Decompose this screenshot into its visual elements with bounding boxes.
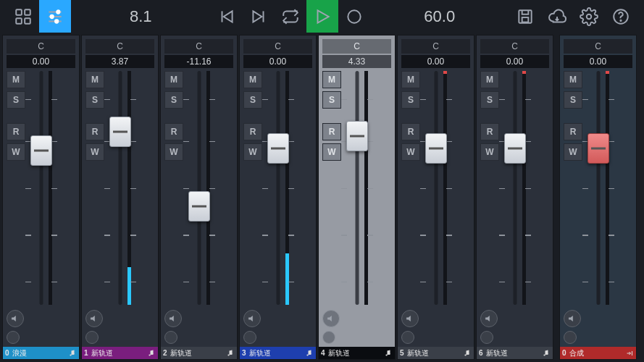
svg-point-23 <box>464 354 466 355</box>
svg-rect-9 <box>522 17 529 22</box>
solo-button[interactable]: S <box>322 91 341 109</box>
solo-button[interactable]: S <box>164 91 183 109</box>
channel-label[interactable]: 3 新轨道 <box>240 347 316 359</box>
write-button[interactable]: W <box>401 143 420 161</box>
fader-knob[interactable] <box>587 133 609 164</box>
fader-knob[interactable] <box>188 191 210 222</box>
pan-display[interactable]: C <box>480 39 549 54</box>
pan-display[interactable]: C <box>322 39 391 54</box>
settings-button[interactable] <box>573 0 605 33</box>
fader-knob[interactable] <box>346 121 368 151</box>
mute-button[interactable]: M <box>85 71 104 88</box>
channel-label[interactable]: 5 新轨道 <box>398 347 474 359</box>
channel-1[interactable]: C 3.87 M S R W 1 <box>81 35 159 360</box>
help-button[interactable] <box>605 0 637 33</box>
channel-6[interactable]: C 0.00 M S R W 6 <box>476 35 553 360</box>
monitor-button[interactable] <box>322 310 340 327</box>
channel-label[interactable]: 2 新轨道 <box>161 347 237 359</box>
monitor-button[interactable] <box>564 310 581 327</box>
monitor-button[interactable] <box>7 310 24 327</box>
fader-knob[interactable] <box>267 133 289 164</box>
channel-5[interactable]: C 0.00 M S R W 5 <box>397 35 474 360</box>
read-button[interactable]: R <box>243 123 262 140</box>
record-arm-button[interactable] <box>7 331 20 344</box>
write-button[interactable]: W <box>7 143 25 161</box>
play-button[interactable] <box>306 0 338 33</box>
channel-4[interactable]: C 4.33 M S R W 4 <box>318 35 396 360</box>
cloud-download-button[interactable] <box>541 0 573 33</box>
record-arm-button[interactable] <box>401 331 414 344</box>
mute-button[interactable]: M <box>480 71 499 88</box>
pan-display[interactable]: C <box>85 39 154 54</box>
save-button[interactable] <box>509 0 541 33</box>
skip-back-button[interactable] <box>211 0 243 33</box>
svg-point-18 <box>230 353 232 354</box>
transport-value-left[interactable]: 8.1 <box>109 7 172 26</box>
record-arm-button[interactable] <box>322 331 335 344</box>
record-arm-button[interactable] <box>164 331 177 344</box>
read-button[interactable]: R <box>480 123 499 140</box>
monitor-button[interactable] <box>85 310 103 327</box>
write-button[interactable]: W <box>322 143 341 161</box>
solo-button[interactable]: S <box>85 91 104 109</box>
fader-area: M S R W <box>322 71 391 305</box>
record-arm-button[interactable] <box>564 331 577 344</box>
write-button[interactable]: W <box>85 143 104 161</box>
solo-button[interactable]: S <box>243 91 262 109</box>
solo-button[interactable]: S <box>7 91 25 109</box>
fader-knob[interactable] <box>109 117 131 147</box>
loop-button[interactable] <box>275 0 306 33</box>
read-button[interactable]: R <box>401 123 420 140</box>
solo-button[interactable]: S <box>480 91 499 109</box>
mute-button[interactable]: M <box>564 71 582 88</box>
record-button[interactable] <box>338 0 370 33</box>
write-button[interactable]: W <box>480 143 499 161</box>
write-button[interactable]: W <box>164 143 183 161</box>
pan-display[interactable]: C <box>7 39 75 54</box>
pan-display[interactable]: C <box>401 39 470 54</box>
read-button[interactable]: R <box>322 123 341 140</box>
record-arm-button[interactable] <box>480 331 493 344</box>
mute-button[interactable]: M <box>322 71 341 88</box>
level-display: 0.00 <box>564 55 632 68</box>
svg-point-4 <box>57 10 59 13</box>
channel-3[interactable]: C 0.00 M S R W 3 <box>239 35 317 360</box>
solo-button[interactable]: S <box>401 91 420 109</box>
read-button[interactable]: R <box>85 123 104 140</box>
channel-2[interactable]: C -11.16 M S R W 2 <box>160 35 238 360</box>
pan-display[interactable]: C <box>243 39 312 54</box>
fader-knob[interactable] <box>30 135 52 166</box>
solo-button[interactable]: S <box>564 91 582 109</box>
channel-label[interactable]: 4 新轨道 <box>319 347 395 359</box>
read-button[interactable]: R <box>7 123 25 140</box>
monitor-button[interactable] <box>164 310 182 327</box>
monitor-button[interactable] <box>243 310 261 327</box>
tempo-value[interactable]: 60.0 <box>409 7 471 26</box>
write-button[interactable]: W <box>243 143 262 161</box>
mute-button[interactable]: M <box>243 71 262 88</box>
master-channel[interactable]: C 0.00 M S R W 0 <box>559 35 637 360</box>
mixer-view-button[interactable] <box>39 0 71 33</box>
channel-label[interactable]: 0 浪漫 <box>3 347 79 359</box>
mute-button[interactable]: M <box>401 71 420 88</box>
fader-knob[interactable] <box>425 133 447 164</box>
record-arm-button[interactable] <box>85 331 99 344</box>
pan-display[interactable]: C <box>164 39 233 54</box>
read-button[interactable]: R <box>564 123 582 140</box>
monitor-button[interactable] <box>401 310 419 327</box>
read-button[interactable]: R <box>164 123 183 140</box>
channel-label[interactable]: 1 新轨道 <box>82 347 158 359</box>
channel-label[interactable]: 0 合成 <box>560 347 636 359</box>
svg-rect-3 <box>25 18 30 24</box>
fader-knob[interactable] <box>504 133 526 164</box>
channel-label[interactable]: 6 新轨道 <box>477 347 553 359</box>
grid-view-button[interactable] <box>7 0 39 33</box>
record-arm-button[interactable] <box>243 331 256 344</box>
channel-0[interactable]: C 0.00 M S R W 0 <box>2 35 80 360</box>
pan-display[interactable]: C <box>564 39 632 54</box>
mute-button[interactable]: M <box>7 71 25 88</box>
monitor-button[interactable] <box>480 310 498 327</box>
mute-button[interactable]: M <box>164 71 183 88</box>
write-button[interactable]: W <box>564 143 582 161</box>
skip-forward-button[interactable] <box>243 0 275 33</box>
